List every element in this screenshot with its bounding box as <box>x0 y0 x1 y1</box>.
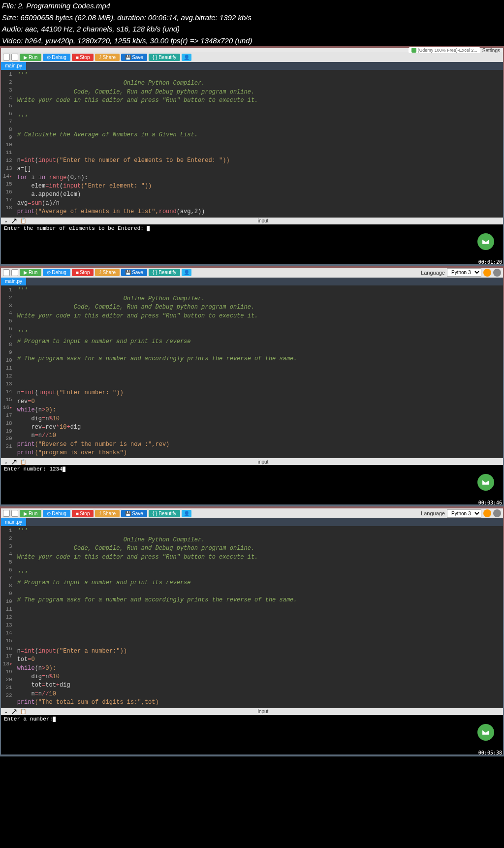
file-tab-mainpy[interactable]: main.py <box>1 518 26 526</box>
code-editor[interactable]: 1234567891011121314▾15161718 ''' Online … <box>1 70 503 218</box>
beautify-button[interactable]: { } Beautify <box>149 269 180 276</box>
language-select[interactable]: Python 3 <box>447 268 481 277</box>
email-fab-button[interactable] <box>477 233 494 250</box>
run-button[interactable]: ▶ Run <box>20 510 41 517</box>
language-label: Language <box>421 270 445 276</box>
media-size-line: Size: 65090658 bytes (62.08 MiB), durati… <box>0 12 504 24</box>
file-icon[interactable] <box>11 54 18 61</box>
new-file-icon[interactable] <box>3 510 10 517</box>
save-button[interactable]: 💾 Save <box>121 54 147 61</box>
console-text: Enter the number of elements to be Enter… <box>4 225 147 231</box>
new-file-icon[interactable] <box>3 269 10 276</box>
browser-tab-udemy[interactable]: (Udemy 100% Free)-Excel 2... <box>409 47 480 53</box>
email-fab-button[interactable] <box>477 474 494 491</box>
stop-button[interactable]: ■ Stop <box>72 54 94 61</box>
line-gutter: 1234567891011121314▾15161718 <box>1 70 15 218</box>
file-tab-mainpy[interactable]: main.py <box>1 278 26 285</box>
browser-tab-label: (Udemy 100% Free)-Excel 2... <box>418 48 477 53</box>
media-audio-line: Audio: aac, 44100 Hz, 2 channels, s16, 1… <box>0 23 504 35</box>
console-output-2[interactable]: Enter number: 1234 <box>1 465 503 504</box>
console-text: Enter a number: <box>4 716 53 722</box>
debug-button[interactable]: ⊙ Debug <box>43 269 70 276</box>
cursor <box>63 467 65 472</box>
cursor <box>53 717 56 722</box>
stop-button[interactable]: ■ Stop <box>72 269 94 276</box>
email-fab-button[interactable] <box>477 724 494 741</box>
share-button[interactable]: ⤴ Share <box>95 54 120 61</box>
settings-link[interactable]: Settings <box>482 48 500 53</box>
file-icon[interactable] <box>11 269 18 276</box>
empty-space <box>0 756 504 848</box>
debug-button[interactable]: ⊙ Debug <box>43 54 70 61</box>
user-button[interactable]: 👤 <box>182 269 191 276</box>
console-chevron-icon[interactable]: ⌄ <box>4 218 8 223</box>
stop-button[interactable]: ■ Stop <box>72 510 94 517</box>
copy-icon[interactable]: 📋 <box>20 459 26 465</box>
gear-icon[interactable] <box>493 269 501 277</box>
new-file-icon[interactable] <box>3 54 10 61</box>
save-button[interactable]: 💾 Save <box>121 510 147 517</box>
gear-icon[interactable] <box>493 509 501 517</box>
console-input-label: input <box>258 459 269 465</box>
ide-toolbar-2: ▶ Run ⊙ Debug ■ Stop ⤴ Share 💾 Save { } … <box>1 268 503 278</box>
save-button[interactable]: 💾 Save <box>121 269 147 276</box>
debug-button[interactable]: ⊙ Debug <box>43 510 70 517</box>
file-tab-mainpy[interactable]: main.py <box>1 62 26 70</box>
user-button[interactable]: 👤 <box>182 54 191 61</box>
beautify-button[interactable]: { } Beautify <box>149 54 180 61</box>
user-button[interactable]: 👤 <box>182 510 191 517</box>
language-select[interactable]: Python 3 <box>447 509 481 518</box>
copy-icon[interactable]: 📋 <box>20 218 26 223</box>
console-input-label: input <box>258 709 269 714</box>
code-editor-3[interactable]: 123456789101112131415161718▾19202122 '''… <box>1 526 503 708</box>
cursor <box>147 226 150 231</box>
share-button[interactable]: ⤴ Share <box>95 269 120 276</box>
console-chevron-icon[interactable]: ⌄ <box>4 709 8 714</box>
language-label: Language <box>421 510 445 516</box>
run-button[interactable]: ▶ Run <box>20 269 41 276</box>
console-output[interactable]: Enter the number of elements to be Enter… <box>1 224 503 264</box>
info-icon[interactable] <box>483 509 491 517</box>
info-icon[interactable] <box>483 269 491 277</box>
media-file-line: File: 2. Programming Codes.mp4 <box>0 0 504 12</box>
media-video-line: Video: h264, yuv420p, 1280x720, 1255 kb/… <box>0 35 504 47</box>
beautify-button[interactable]: { } Beautify <box>149 510 180 517</box>
console-input-label: input <box>258 218 269 223</box>
line-gutter: 12345678910111213141516▾1718192021 <box>1 285 15 459</box>
file-icon[interactable] <box>11 510 18 517</box>
ide-toolbar: ▶ Run ⊙ Debug ■ Stop ⤴ Share 💾 Save { } … <box>1 52 503 62</box>
console-chevron-icon[interactable]: ⌄ <box>4 459 8 465</box>
video-timestamp: 00:01:20 <box>478 259 502 265</box>
share-button[interactable]: ⤴ Share <box>95 510 120 517</box>
video-timestamp: 00:03:46 <box>478 500 502 505</box>
video-timestamp: 00:05:38 <box>478 750 502 755</box>
console-text: Enter number: 1234 <box>4 466 63 472</box>
ide-toolbar-3: ▶ Run ⊙ Debug ■ Stop ⤴ Share 💾 Save { } … <box>1 508 503 518</box>
copy-icon[interactable]: 📋 <box>20 709 26 714</box>
console-output-3[interactable]: Enter a number: <box>1 715 503 754</box>
line-gutter: 123456789101112131415161718▾19202122 <box>1 526 15 708</box>
run-button[interactable]: ▶ Run <box>20 54 41 61</box>
code-editor-2[interactable]: 12345678910111213141516▾1718192021 ''' O… <box>1 285 503 459</box>
